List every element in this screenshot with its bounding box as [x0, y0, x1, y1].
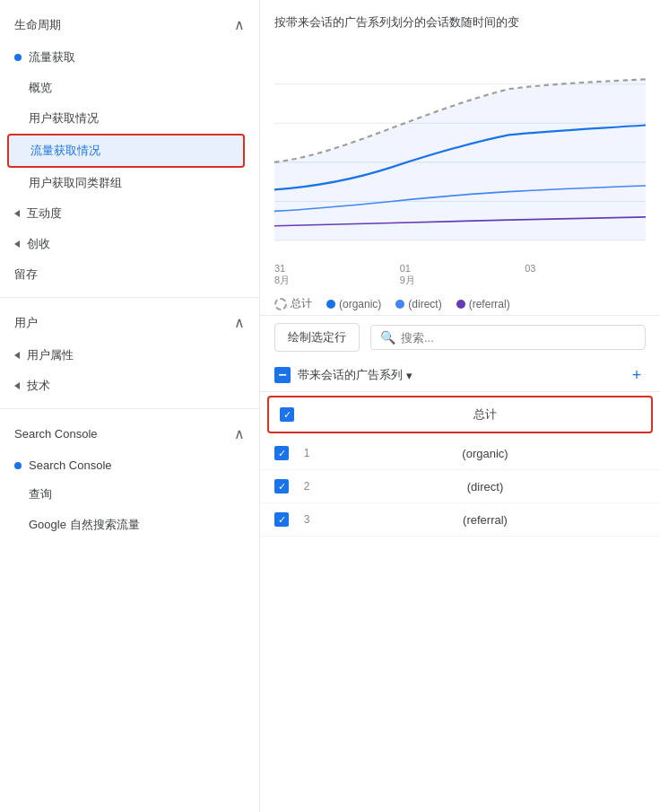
section-label-search-console: Search Console	[14, 427, 98, 441]
sidebar-item-traffic-acquisition[interactable]: 流量获取情况	[7, 134, 245, 168]
chevron-up-icon-2: ∧	[234, 314, 245, 331]
sidebar-item-user-props-label: 用户属性	[27, 347, 74, 363]
table-toolbar: 绘制选定行 🔍	[260, 315, 660, 359]
sidebar-item-engagement-label: 互动度	[27, 205, 62, 222]
search-input[interactable]	[401, 331, 636, 345]
checkbox-organic[interactable]	[274, 446, 289, 460]
sidebar-item-cohort-label: 用户获取同类群组	[29, 175, 122, 191]
arrow-right-icon-4	[14, 382, 20, 389]
sidebar-item-engagement[interactable]: 互动度	[0, 198, 259, 229]
table-row-organic: 1 (organic)	[260, 437, 660, 470]
sidebar-item-retention[interactable]: 留存	[0, 259, 245, 290]
x-label-3: 03	[525, 263, 535, 287]
divider-1	[0, 297, 259, 298]
sidebar-item-user-acquisition-label: 用户获取情况	[29, 110, 99, 127]
table-row-referral: 3 (referral)	[260, 503, 660, 537]
sidebar-item-google-search[interactable]: Google 自然搜索流量	[0, 510, 245, 540]
legend-referral-icon	[456, 300, 465, 309]
bullet-icon-2	[14, 462, 22, 469]
row-num-3: 3	[300, 513, 314, 526]
sidebar-item-tech-label: 技术	[27, 378, 50, 394]
section-header-search-console[interactable]: Search Console ∧	[0, 416, 259, 451]
sidebar-item-search-console-parent[interactable]: Search Console	[0, 451, 259, 479]
search-box[interactable]: 🔍	[370, 325, 646, 350]
chart-x-axis: 318月 019月 03	[274, 263, 646, 287]
legend-total-icon	[274, 298, 287, 310]
column-label: 带来会话的广告系列	[298, 367, 403, 383]
legend-organic: (organic)	[326, 298, 381, 310]
minus-icon: −	[278, 368, 286, 382]
sidebar-item-overview[interactable]: 概览	[0, 73, 245, 103]
sidebar-item-query[interactable]: 查询	[0, 479, 245, 510]
sidebar-item-cohort[interactable]: 用户获取同类群组	[0, 168, 245, 198]
sidebar-item-user-acquisition[interactable]: 用户获取情况	[0, 103, 245, 134]
legend-direct-icon	[395, 300, 404, 309]
chart-area: 318月 019月 03	[260, 38, 660, 289]
legend-referral: (referral)	[456, 298, 510, 310]
chart-legend: 总计 (organic) (direct) (referral)	[260, 289, 660, 315]
table-row-total: 总计	[267, 396, 653, 433]
sidebar-item-user-props[interactable]: 用户属性	[0, 340, 259, 371]
sidebar-item-overview-label: 概览	[29, 80, 52, 96]
line-chart	[274, 45, 646, 260]
sidebar-item-monetization[interactable]: 创收	[0, 229, 259, 259]
sidebar-item-search-console-label: Search Console	[29, 458, 112, 472]
legend-total: 总计	[274, 296, 312, 311]
legend-referral-label: (referral)	[469, 298, 510, 310]
search-icon: 🔍	[380, 330, 395, 345]
section-label-lifecycle: 生命周期	[14, 17, 61, 33]
chevron-up-icon: ∧	[234, 16, 245, 33]
legend-organic-label: (organic)	[339, 298, 381, 310]
data-table: 总计 1 (organic) 2 (direct) 3 (referral)	[260, 396, 660, 537]
bullet-icon	[14, 54, 22, 61]
chevron-up-icon-3: ∧	[234, 425, 245, 442]
row-label-organic: (organic)	[325, 447, 646, 460]
sidebar-item-traffic-parent[interactable]: 流量获取	[0, 42, 259, 73]
row-label-total: 总计	[330, 406, 640, 423]
sidebar-item-query-label: 查询	[29, 486, 52, 502]
main-content: 按带来会话的广告系列划分的会话数随时间的变 318月 019月 03	[260, 0, 660, 812]
add-column-button[interactable]: +	[628, 366, 646, 384]
x-label-2: 019月	[400, 263, 415, 287]
chart-title: 按带来会话的广告系列划分的会话数随时间的变	[260, 0, 660, 38]
checkbox-referral[interactable]	[274, 512, 289, 527]
sidebar-item-traffic-label: 流量获取	[29, 49, 75, 65]
sidebar-item-retention-label: 留存	[14, 266, 38, 283]
row-num-2: 2	[300, 480, 314, 493]
row-label-direct: (direct)	[325, 480, 646, 493]
arrow-right-icon-3	[14, 352, 20, 359]
legend-total-label: 总计	[291, 296, 312, 311]
table-header-row: − 带来会话的广告系列 ▾ +	[260, 359, 660, 392]
section-header-users[interactable]: 用户 ∧	[0, 305, 259, 340]
row-num-1: 1	[300, 447, 314, 459]
table-row-direct: 2 (direct)	[260, 470, 660, 503]
checkbox-direct[interactable]	[274, 479, 289, 493]
legend-direct: (direct)	[395, 298, 441, 310]
legend-organic-icon	[326, 300, 335, 309]
x-label-1: 318月	[274, 263, 290, 287]
dropdown-icon: ▾	[406, 369, 412, 382]
arrow-right-icon	[14, 210, 20, 217]
section-label-users: 用户	[14, 315, 38, 331]
legend-direct-label: (direct)	[408, 298, 441, 310]
minus-button[interactable]: −	[274, 367, 291, 383]
divider-2	[0, 408, 259, 409]
section-header-lifecycle[interactable]: 生命周期 ∧	[0, 7, 259, 42]
sidebar-item-monetization-label: 创收	[27, 236, 50, 252]
sidebar: 生命周期 ∧ 流量获取 概览 用户获取情况 流量获取情况 用户获取同类群组 互动…	[0, 0, 260, 812]
draw-button[interactable]: 绘制选定行	[274, 323, 360, 352]
arrow-right-icon-2	[14, 240, 20, 248]
row-label-referral: (referral)	[325, 513, 646, 527]
sidebar-item-tech[interactable]: 技术	[0, 371, 259, 401]
sidebar-item-traffic-acquisition-label: 流量获取情况	[30, 143, 100, 159]
sidebar-item-google-search-label: Google 自然搜索流量	[29, 517, 140, 533]
column-selector[interactable]: 带来会话的广告系列 ▾	[298, 367, 412, 383]
checkbox-total[interactable]	[280, 407, 294, 422]
